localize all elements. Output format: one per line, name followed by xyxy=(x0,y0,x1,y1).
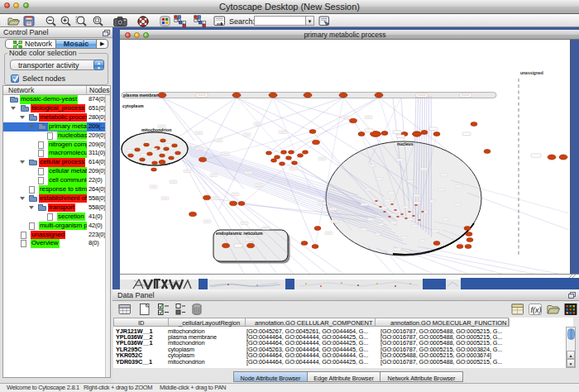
svg-text:plasma membrane: plasma membrane xyxy=(123,93,161,98)
svg-text:endoplasmic reticulum: endoplasmic reticulum xyxy=(216,231,263,236)
svg-text:nucleus: nucleus xyxy=(397,141,414,146)
svg-text:f(x): f(x) xyxy=(531,306,542,314)
svg-text:unassigned: unassigned xyxy=(520,70,543,75)
svg-text:mitochondrion: mitochondrion xyxy=(141,127,171,132)
svg-text:cytoplasm: cytoplasm xyxy=(122,103,144,108)
